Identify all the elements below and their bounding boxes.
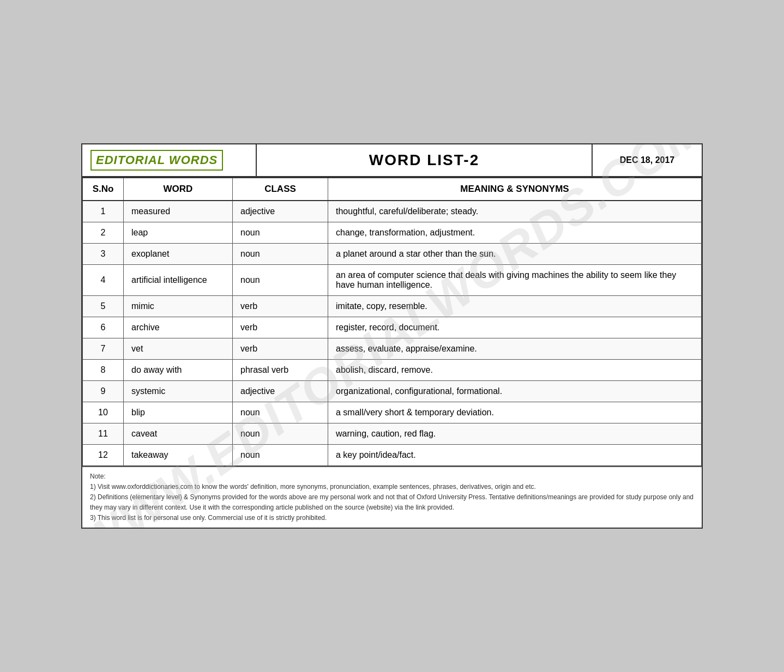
cell-word: archive [124, 317, 233, 338]
table-row: 7vetverbassess, evaluate, appraise/exami… [83, 338, 702, 359]
table-row: 4artificial intelligencenounan area of c… [83, 264, 702, 295]
cell-meaning: thoughtful, careful/deliberate; steady. [328, 201, 702, 222]
table-row: 6archiveverbregister, record, document. [83, 317, 702, 338]
cell-class: adjective [233, 380, 328, 402]
cell-class: phrasal verb [233, 359, 328, 380]
table-row: 10blipnouna small/very short & temporary… [83, 402, 702, 423]
cell-meaning: an area of computer science that deals w… [328, 264, 702, 295]
cell-class: adjective [233, 201, 328, 222]
table-row: 12takeawaynouna key point/idea/fact. [83, 444, 702, 465]
cell-class: verb [233, 317, 328, 338]
table-body: 1measuredadjectivethoughtful, careful/de… [83, 201, 702, 466]
cell-meaning: a key point/idea/fact. [328, 444, 702, 465]
cell-sno: 10 [83, 402, 124, 423]
cell-word: artificial intelligence [124, 264, 233, 295]
table-row: 3exoplanetnouna planet around a star oth… [83, 243, 702, 264]
cell-word: measured [124, 201, 233, 222]
table-row: 9systemicadjectiveorganizational, config… [83, 380, 702, 402]
table-row: 1measuredadjectivethoughtful, careful/de… [83, 201, 702, 222]
header: EDITORIAL WORDS WORD LIST-2 DEC 18, 2017 [82, 144, 702, 177]
cell-sno: 6 [83, 317, 124, 338]
brand-section: EDITORIAL WORDS [82, 144, 257, 176]
cell-sno: 3 [83, 243, 124, 264]
cell-meaning: a planet around a star other than the su… [328, 243, 702, 264]
table-row: 11caveatnounwarning, caution, red flag. [83, 423, 702, 444]
cell-meaning: imitate, copy, resemble. [328, 295, 702, 317]
cell-sno: 11 [83, 423, 124, 444]
cell-class: noun [233, 222, 328, 243]
page-title: WORD LIST-2 [257, 144, 593, 176]
cell-class: noun [233, 423, 328, 444]
cell-class: noun [233, 402, 328, 423]
cell-class: verb [233, 295, 328, 317]
cell-meaning: register, record, document. [328, 317, 702, 338]
col-header-meaning: MEANING & SYNONYMS [328, 178, 702, 201]
cell-sno: 4 [83, 264, 124, 295]
cell-sno: 12 [83, 444, 124, 465]
table-row: 8do away withphrasal verbabolish, discar… [83, 359, 702, 380]
cell-word: exoplanet [124, 243, 233, 264]
cell-word: caveat [124, 423, 233, 444]
cell-class: verb [233, 338, 328, 359]
cell-meaning: abolish, discard, remove. [328, 359, 702, 380]
cell-sno: 2 [83, 222, 124, 243]
cell-meaning: warning, caution, red flag. [328, 423, 702, 444]
cell-sno: 8 [83, 359, 124, 380]
cell-word: takeaway [124, 444, 233, 465]
col-header-sno: S.No [83, 178, 124, 201]
col-header-word: WORD [124, 178, 233, 201]
notes-lines: 1) Visit www.oxforddictionaries.com to k… [90, 482, 694, 524]
cell-word: vet [124, 338, 233, 359]
cell-word: blip [124, 402, 233, 423]
cell-word: systemic [124, 380, 233, 402]
cell-class: noun [233, 243, 328, 264]
cell-sno: 1 [83, 201, 124, 222]
note-line: 2) Definitions (elementary level) & Syno… [90, 492, 694, 513]
word-table: S.No WORD CLASS MEANING & SYNONYMS 1meas… [82, 177, 702, 466]
cell-meaning: assess, evaluate, appraise/examine. [328, 338, 702, 359]
cell-word: do away with [124, 359, 233, 380]
cell-word: leap [124, 222, 233, 243]
cell-sno: 5 [83, 295, 124, 317]
table-header-row: S.No WORD CLASS MEANING & SYNONYMS [83, 178, 702, 201]
brand-logo: EDITORIAL WORDS [91, 150, 223, 171]
cell-sno: 7 [83, 338, 124, 359]
cell-word: mimic [124, 295, 233, 317]
notes-label: Note: [90, 471, 694, 482]
page-date: DEC 18, 2017 [593, 144, 702, 176]
cell-class: noun [233, 264, 328, 295]
col-header-class: CLASS [233, 178, 328, 201]
cell-class: noun [233, 444, 328, 465]
page-container: WWW.EDITORIALWORDS.COM EDITORIAL WORDS W… [81, 143, 703, 529]
cell-meaning: organizational, configurational, formati… [328, 380, 702, 402]
table-row: 5mimicverbimitate, copy, resemble. [83, 295, 702, 317]
cell-meaning: change, transformation, adjustment. [328, 222, 702, 243]
cell-sno: 9 [83, 380, 124, 402]
note-line: 1) Visit www.oxforddictionaries.com to k… [90, 482, 694, 492]
notes-section: Note: 1) Visit www.oxforddictionaries.co… [82, 466, 702, 528]
cell-meaning: a small/very short & temporary deviation… [328, 402, 702, 423]
table-row: 2leapnounchange, transformation, adjustm… [83, 222, 702, 243]
note-line: 3) This word list is for personal use on… [90, 513, 694, 523]
